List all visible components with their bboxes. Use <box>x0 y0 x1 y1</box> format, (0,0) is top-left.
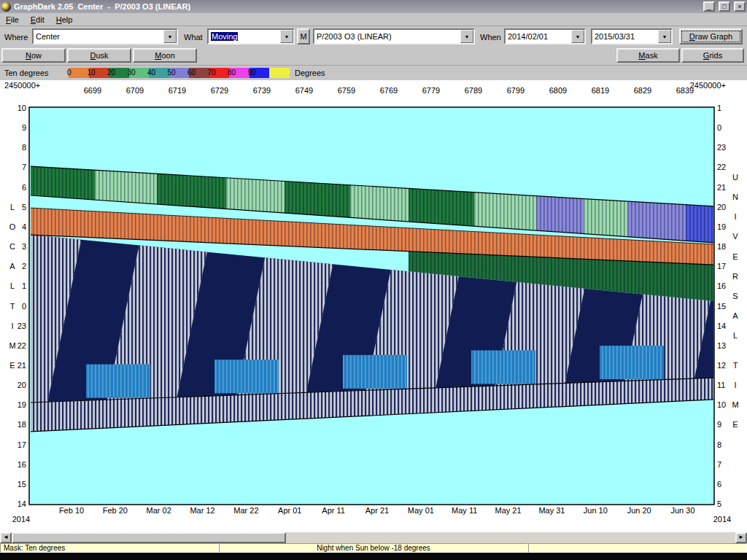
svg-text:L: L <box>733 331 738 340</box>
grids-button[interactable]: Grids <box>681 48 744 63</box>
svg-text:Mar 22: Mar 22 <box>233 506 258 515</box>
svg-text:22: 22 <box>18 341 26 350</box>
svg-text:V: V <box>732 232 738 241</box>
svg-text:N: N <box>732 192 738 201</box>
chevron-down-icon[interactable]: ▼ <box>163 30 177 43</box>
svg-text:E: E <box>732 252 738 261</box>
m-button[interactable]: M <box>297 28 310 44</box>
svg-text:A: A <box>9 262 15 271</box>
svg-text:6759: 6759 <box>338 86 355 95</box>
svg-text:15: 15 <box>18 480 26 489</box>
where-select[interactable]: Center ▼ <box>32 28 178 44</box>
legend-bar: Ten degrees 0102030405060708090 Degrees <box>0 66 747 80</box>
svg-text:19: 19 <box>717 222 726 231</box>
svg-text:9: 9 <box>717 420 721 429</box>
svg-text:21: 21 <box>18 361 26 370</box>
svg-text:4: 4 <box>22 222 26 231</box>
chevron-down-icon[interactable]: ▼ <box>571 30 584 43</box>
svg-text:May 11: May 11 <box>452 506 477 515</box>
svg-text:6739: 6739 <box>253 86 271 95</box>
legend-unit-label: Degrees <box>295 69 325 77</box>
svg-text:Jun 20: Jun 20 <box>627 506 651 515</box>
scroll-left-icon[interactable]: ◄ <box>0 532 12 543</box>
svg-text:21: 21 <box>717 183 726 192</box>
svg-text:14: 14 <box>18 499 26 508</box>
scroll-right-icon[interactable]: ► <box>735 532 747 543</box>
status-bar: Mask: Ten degrees Night when Sun below -… <box>0 543 747 553</box>
svg-text:A: A <box>732 311 738 320</box>
svg-text:20: 20 <box>18 381 26 389</box>
svg-text:19: 19 <box>18 400 26 409</box>
altitude-color-scale: 0102030405060708090 <box>69 68 290 78</box>
svg-text:8: 8 <box>22 143 26 152</box>
menu-help[interactable]: Help <box>50 14 79 26</box>
legend-swatch: 0 <box>69 68 89 78</box>
svg-text:10: 10 <box>18 104 26 112</box>
scrollbar-thumb[interactable] <box>12 532 286 543</box>
svg-text:6: 6 <box>22 183 26 192</box>
scrollbar-track[interactable] <box>286 532 735 543</box>
chevron-down-icon[interactable]: ▼ <box>658 30 671 43</box>
svg-text:0: 0 <box>717 123 721 132</box>
legend-swatch: 10 <box>89 68 109 78</box>
chevron-down-icon[interactable]: ▼ <box>460 30 473 43</box>
svg-text:E: E <box>9 361 15 370</box>
svg-text:I: I <box>734 212 736 221</box>
now-button[interactable]: Now <box>1 48 66 63</box>
when-label: When <box>480 33 501 42</box>
legend-swatch: 20 <box>109 68 129 78</box>
svg-text:S: S <box>732 292 738 300</box>
legend-swatch: 60 <box>189 68 209 78</box>
svg-text:2450000+: 2450000+ <box>690 81 726 90</box>
svg-text:T: T <box>733 361 738 370</box>
date-from-select[interactable]: 2014/02/01 ▼ <box>504 28 586 44</box>
svg-text:May 21: May 21 <box>495 506 522 515</box>
chevron-down-icon[interactable]: ▼ <box>280 30 293 43</box>
close-button[interactable]: × <box>734 1 746 12</box>
svg-text:Jun 10: Jun 10 <box>584 506 608 515</box>
legend-label: Ten degrees <box>4 69 49 77</box>
menu-bar: File Edit Help <box>0 13 747 26</box>
draw-graph-button[interactable]: Draw Graph <box>679 28 743 44</box>
status-mask: Mask: Ten degrees <box>0 543 219 553</box>
svg-text:2014: 2014 <box>713 515 731 524</box>
svg-text:7: 7 <box>22 163 26 171</box>
svg-text:6709: 6709 <box>126 86 144 95</box>
svg-text:Mar 02: Mar 02 <box>147 506 171 515</box>
svg-text:6699: 6699 <box>84 86 101 95</box>
svg-text:12: 12 <box>717 361 726 370</box>
svg-text:3: 3 <box>22 242 26 251</box>
svg-text:May 31: May 31 <box>538 506 565 515</box>
svg-text:6789: 6789 <box>465 86 482 95</box>
dusk-button[interactable]: Dusk <box>67 48 131 63</box>
menu-file[interactable]: File <box>0 14 25 26</box>
legend-swatch: 50 <box>169 68 190 78</box>
svg-text:6819: 6819 <box>592 86 609 95</box>
horizontal-scrollbar[interactable]: ◄ ► <box>0 532 747 543</box>
svg-text:16: 16 <box>717 281 726 290</box>
svg-text:6839: 6839 <box>676 86 694 95</box>
date-to-select[interactable]: 2015/03/31 ▼ <box>591 28 673 44</box>
svg-text:M: M <box>9 341 15 350</box>
status-empty <box>528 543 747 553</box>
svg-text:6779: 6779 <box>422 86 440 95</box>
what-select[interactable]: Moving ▼ <box>207 28 295 44</box>
svg-text:I: I <box>11 322 13 330</box>
svg-text:L: L <box>10 281 15 290</box>
moon-button[interactable]: Moon <box>133 48 197 63</box>
maximize-button[interactable]: □ <box>719 1 730 12</box>
svg-text:23: 23 <box>18 322 26 330</box>
minimize-button[interactable]: _ <box>703 1 715 12</box>
svg-text:2450000+: 2450000+ <box>4 81 40 90</box>
taskbar-strip <box>0 553 747 560</box>
svg-text:17: 17 <box>18 440 26 449</box>
svg-text:Apr 01: Apr 01 <box>278 506 301 515</box>
svg-text:14: 14 <box>717 322 726 330</box>
mask-button[interactable]: Mask <box>616 48 680 63</box>
svg-text:1: 1 <box>717 104 721 112</box>
menu-edit[interactable]: Edit <box>25 14 50 26</box>
svg-text:May 01: May 01 <box>408 506 434 515</box>
toolbar-toggles: Now Dusk Moon Mask Grids <box>0 47 747 66</box>
object-select[interactable]: P/2003 O3 (LINEAR) ▼ <box>313 28 475 44</box>
legend-swatch: 80 <box>229 68 249 78</box>
